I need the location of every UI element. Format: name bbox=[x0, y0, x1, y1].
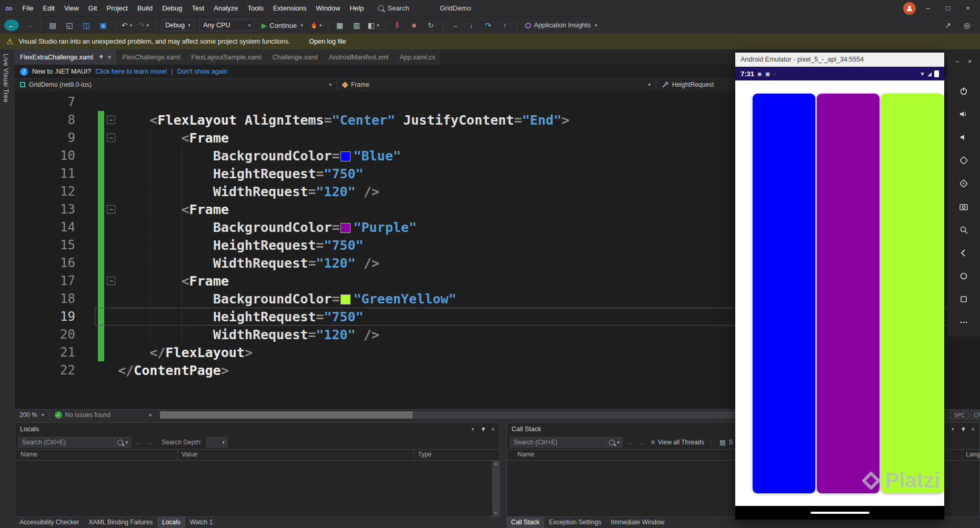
search-previous-button[interactable]: ← bbox=[135, 439, 142, 446]
line-number[interactable]: 22 bbox=[15, 363, 79, 378]
live-property-explorer-button[interactable]: ▥ bbox=[349, 18, 365, 32]
line-number[interactable]: 19 bbox=[15, 309, 79, 324]
search-depth-combo[interactable]: ▾ bbox=[206, 437, 227, 448]
quick-search[interactable]: Search bbox=[378, 4, 409, 12]
call-stack-search-box[interactable]: ▾ bbox=[510, 437, 623, 448]
collapse-icon[interactable]: − bbox=[107, 134, 115, 142]
dont-show-again-link[interactable]: Don't show again bbox=[177, 68, 228, 75]
scroll-down-icon[interactable]: ▼ bbox=[494, 511, 498, 515]
locals-body[interactable]: ▲ ▼ bbox=[15, 460, 499, 516]
redo-button[interactable]: ↷▾ bbox=[136, 18, 152, 32]
column-type[interactable]: Type bbox=[418, 451, 432, 458]
tab-flexextrachallenge-xaml[interactable]: FlexExtraChallenge.xaml× bbox=[15, 49, 117, 65]
minimize-button[interactable]: – bbox=[920, 4, 936, 12]
collapse-icon[interactable]: − bbox=[107, 277, 115, 285]
save-button[interactable]: ◫ bbox=[78, 18, 94, 32]
emulator-overview-button[interactable] bbox=[959, 295, 968, 304]
locals-vertical-scrollbar[interactable]: ▲ ▼ bbox=[492, 460, 499, 516]
tab-flexlayoutsample-xaml[interactable]: FlexLayoutSample.xaml bbox=[186, 49, 266, 65]
search-next-button[interactable]: → bbox=[146, 439, 153, 446]
project-dropdown[interactable]: GridDemo (net8.0-ios) ▾ bbox=[15, 79, 337, 90]
close-icon[interactable]: × bbox=[972, 426, 975, 432]
column-name[interactable]: Name bbox=[517, 451, 534, 458]
menu-file[interactable]: File bbox=[18, 2, 38, 15]
line-number[interactable]: 13 bbox=[15, 202, 79, 217]
close-button[interactable]: × bbox=[960, 4, 976, 12]
line-number[interactable]: 12 bbox=[15, 184, 79, 199]
line-number[interactable]: 15 bbox=[15, 238, 79, 252]
live-visual-tree-toolbar-button[interactable]: ▦ bbox=[332, 18, 348, 32]
line-number[interactable]: 10 bbox=[15, 148, 79, 163]
collapse-icon[interactable]: − bbox=[107, 116, 115, 124]
column-name[interactable]: Name bbox=[21, 451, 37, 458]
line-number[interactable]: 9 bbox=[15, 130, 79, 145]
panel-tab-accessibility-checker[interactable]: Accessibility Checker bbox=[15, 517, 84, 528]
emulator-minimize-button[interactable]: – bbox=[956, 57, 959, 65]
xaml-hot-reload-options-button[interactable]: ◧▾ bbox=[366, 18, 382, 32]
show-next-statement-button[interactable]: → bbox=[447, 18, 463, 32]
fold-margin[interactable]: − bbox=[104, 205, 118, 214]
menu-window[interactable]: Window bbox=[311, 2, 345, 15]
menu-extensions[interactable]: Extensions bbox=[268, 2, 312, 15]
zoom-selector[interactable]: 200 % ▾ bbox=[15, 410, 49, 420]
column-lang[interactable]: Lang bbox=[966, 451, 980, 458]
window-menu-icon[interactable]: ▾ bbox=[952, 427, 954, 432]
live-visual-tree-tab[interactable]: Live Visual Tree bbox=[2, 54, 9, 103]
scrollbar-thumb[interactable] bbox=[160, 411, 413, 419]
fold-margin[interactable]: − bbox=[104, 277, 118, 285]
continue-button[interactable]: ▶Continue▾ bbox=[257, 22, 307, 29]
emulator-volume-down-button[interactable] bbox=[959, 133, 968, 142]
line-number[interactable]: 17 bbox=[15, 273, 79, 288]
panel-tab-watch-1[interactable]: Watch 1 bbox=[185, 517, 218, 528]
menu-project[interactable]: Project bbox=[102, 2, 132, 15]
scroll-left-arrow[interactable]: ◂ bbox=[148, 411, 152, 418]
tab-app-xaml-cs[interactable]: App.xaml.cs bbox=[394, 49, 441, 65]
locals-search-input[interactable] bbox=[19, 439, 114, 446]
menu-tools[interactable]: Tools bbox=[243, 2, 268, 15]
navigate-backward-button[interactable]: ← bbox=[4, 19, 19, 31]
emulator-rotate-left-button[interactable] bbox=[959, 156, 968, 165]
solution-platform-combo[interactable]: Any CPU▾ bbox=[199, 19, 254, 31]
panel-tab-call-stack[interactable]: Call Stack bbox=[506, 517, 544, 528]
line-number[interactable]: 8 bbox=[15, 113, 79, 127]
menu-view[interactable]: View bbox=[59, 2, 84, 15]
panel-tab-immediate-window[interactable]: Immediate Window bbox=[606, 517, 669, 528]
step-over-button[interactable]: ↷ bbox=[481, 18, 496, 32]
application-insights-dropdown[interactable]: Application Insights▾ bbox=[525, 22, 597, 29]
emulator-rotate-right-button[interactable] bbox=[959, 179, 968, 188]
save-all-button[interactable]: ▣ bbox=[95, 18, 111, 32]
fold-margin[interactable]: − bbox=[104, 116, 118, 124]
maximize-button[interactable]: □ bbox=[940, 4, 956, 12]
call-stack-search-input[interactable] bbox=[511, 439, 606, 446]
type-dropdown[interactable]: Frame ▾ bbox=[337, 79, 656, 90]
search-previous-button[interactable]: ← bbox=[627, 439, 634, 446]
learn-more-link[interactable]: Click here to learn more! bbox=[95, 68, 167, 75]
line-number[interactable]: 20 bbox=[15, 327, 79, 342]
line-number[interactable]: 14 bbox=[15, 220, 79, 235]
solution-configuration-combo[interactable]: Debug▾ bbox=[162, 19, 194, 31]
line-number[interactable]: 21 bbox=[15, 345, 79, 360]
line-number[interactable]: 11 bbox=[15, 166, 79, 181]
navigate-forward-button[interactable]: → bbox=[21, 18, 37, 32]
undo-button[interactable]: ↶▾ bbox=[119, 18, 135, 32]
account-avatar[interactable] bbox=[903, 2, 916, 15]
locals-search-box[interactable]: ▾ bbox=[18, 437, 131, 448]
new-file-button[interactable]: ▤ bbox=[45, 18, 61, 32]
locals-panel-header[interactable]: Locals ▾ × bbox=[15, 423, 499, 435]
close-icon[interactable]: × bbox=[492, 426, 495, 432]
menu-edit[interactable]: Edit bbox=[38, 2, 59, 15]
tab-challenge-xaml[interactable]: Challenge.xaml bbox=[267, 49, 323, 65]
menu-test[interactable]: Test bbox=[187, 2, 209, 15]
menu-build[interactable]: Build bbox=[133, 2, 157, 15]
hot-reload-button[interactable]: ▾ bbox=[308, 18, 324, 32]
show-external-code-button[interactable]: ▤ S bbox=[719, 439, 733, 446]
whitespace-indicator[interactable]: SPC bbox=[951, 411, 968, 419]
collapse-icon[interactable]: − bbox=[107, 205, 115, 214]
menu-analyze[interactable]: Analyze bbox=[209, 2, 243, 15]
line-number[interactable]: 7 bbox=[15, 95, 79, 109]
search-next-button[interactable]: → bbox=[638, 439, 645, 446]
device-screen[interactable]: Platzi bbox=[735, 80, 944, 506]
pin-icon[interactable] bbox=[960, 427, 966, 432]
emulator-camera-button[interactable] bbox=[959, 202, 968, 211]
stop-debugging-button[interactable]: ■ bbox=[406, 18, 422, 32]
